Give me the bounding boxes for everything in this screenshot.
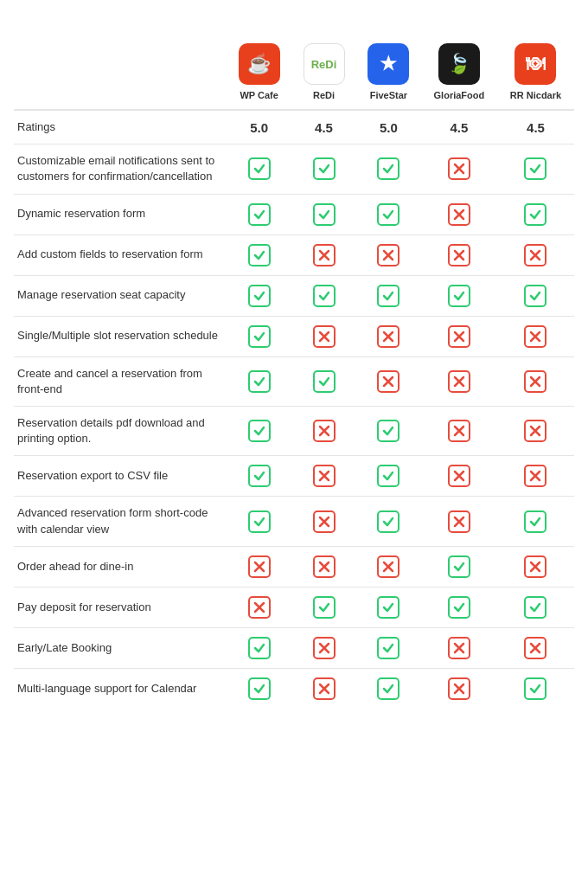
feature-row: Reservation export to CSV file	[14, 456, 574, 497]
cross-icon	[448, 420, 470, 442]
ratings-row: Ratings5.04.55.04.54.5	[14, 110, 574, 144]
cross-icon	[248, 596, 271, 619]
feature-1-plugin-rrnicdark	[497, 194, 574, 234]
check-icon	[377, 596, 399, 619]
plugin-logo-rrnicdark: 🍽 RR Nicdark	[502, 43, 569, 100]
cross-icon	[313, 465, 336, 487]
feature-7-plugin-fivestar	[356, 456, 421, 497]
header-plugin-redi: ReDi ReDi	[291, 35, 356, 110]
feature-label-1: Dynamic reservation form	[14, 194, 227, 234]
feature-3-plugin-fivestar	[356, 275, 421, 316]
feature-6-plugin-gloriafood	[421, 406, 497, 455]
feature-label-6: Reservation details pdf download and pri…	[14, 406, 227, 455]
logo-box-redi: ReDi	[304, 43, 345, 85]
check-icon	[377, 637, 399, 659]
feature-row: Create and cancel a reservation from fro…	[14, 356, 574, 406]
feature-label-2: Add custom fields to reservation form	[14, 234, 227, 275]
feature-0-plugin-redi	[291, 144, 356, 194]
cross-icon	[377, 555, 399, 578]
feature-row: Dynamic reservation form	[14, 194, 574, 234]
feature-11-plugin-redi	[291, 627, 356, 668]
check-icon	[524, 677, 546, 700]
cross-icon	[524, 555, 546, 578]
cross-icon	[377, 370, 399, 393]
cross-icon	[448, 203, 470, 226]
cross-icon	[448, 244, 470, 266]
feature-9-plugin-redi	[291, 546, 356, 587]
check-icon	[524, 596, 546, 619]
logo-box-gloriafood: 🍃	[438, 43, 480, 85]
feature-8-plugin-gloriafood	[421, 497, 497, 546]
header-row: ☕ WP Cafe ReDi ReDi ★ FiveStar 🍃 GloriaF…	[14, 35, 574, 110]
header-plugin-wpcafe: ☕ WP Cafe	[227, 35, 291, 110]
feature-3-plugin-gloriafood	[421, 275, 497, 316]
feature-3-plugin-redi	[291, 275, 356, 316]
feature-11-plugin-gloriafood	[421, 627, 497, 668]
feature-10-plugin-gloriafood	[421, 587, 497, 627]
check-icon	[248, 510, 271, 533]
feature-label-5: Create and cancel a reservation from fro…	[14, 356, 227, 406]
feature-8-plugin-wpcafe	[227, 497, 291, 546]
check-icon	[448, 555, 470, 578]
check-icon	[248, 285, 271, 307]
feature-6-plugin-rrnicdark	[497, 406, 574, 455]
feature-12-plugin-fivestar	[356, 668, 421, 709]
feature-4-plugin-gloriafood	[421, 316, 497, 356]
feature-6-plugin-wpcafe	[227, 406, 291, 455]
feature-7-plugin-redi	[291, 456, 356, 497]
cross-icon	[448, 465, 470, 487]
cross-icon	[313, 637, 336, 659]
feature-4-plugin-wpcafe	[227, 316, 291, 356]
cross-icon	[377, 325, 399, 348]
feature-8-plugin-fivestar	[356, 497, 421, 546]
feature-1-plugin-fivestar	[356, 194, 421, 234]
feature-1-plugin-gloriafood	[421, 194, 497, 234]
check-icon	[377, 157, 399, 180]
feature-2-plugin-rrnicdark	[497, 234, 574, 275]
check-icon	[377, 285, 399, 307]
feature-6-plugin-fivestar	[356, 406, 421, 455]
main-container: ☕ WP Cafe ReDi ReDi ★ FiveStar 🍃 GloriaF…	[0, 0, 588, 726]
feature-2-plugin-fivestar	[356, 234, 421, 275]
check-icon	[313, 203, 336, 226]
cross-icon	[524, 637, 546, 659]
feature-2-plugin-redi	[291, 234, 356, 275]
feature-9-plugin-rrnicdark	[497, 546, 574, 587]
check-icon	[248, 244, 271, 266]
feature-row: Advanced reservation form short-code wit…	[14, 497, 574, 546]
rating-value-gloriafood: 4.5	[421, 110, 497, 144]
feature-label-10: Pay deposit for reservation	[14, 587, 227, 627]
plugin-logo-fivestar: ★ FiveStar	[361, 43, 416, 100]
feature-row: Add custom fields to reservation form	[14, 234, 574, 275]
rating-value-wpcafe: 5.0	[227, 110, 291, 144]
feature-2-plugin-gloriafood	[421, 234, 497, 275]
feature-row: Single/Multiple slot reservation schedul…	[14, 316, 574, 356]
cross-icon	[313, 510, 336, 533]
check-icon	[377, 510, 399, 533]
plugin-name-redi: ReDi	[313, 90, 335, 100]
plugin-name-gloriafood: GloriaFood	[434, 90, 485, 100]
feature-0-plugin-rrnicdark	[497, 144, 574, 194]
check-icon	[248, 325, 271, 348]
feature-5-plugin-wpcafe	[227, 356, 291, 406]
feature-4-plugin-fivestar	[356, 316, 421, 356]
feature-row: Order ahead for dine-in	[14, 546, 574, 587]
cross-icon	[448, 637, 470, 659]
feature-9-plugin-gloriafood	[421, 546, 497, 587]
feature-5-plugin-gloriafood	[421, 356, 497, 406]
feature-label-0: Customizable email notifications sent to…	[14, 144, 227, 194]
check-icon	[524, 510, 546, 533]
check-icon	[248, 465, 271, 487]
cross-icon	[313, 677, 336, 700]
feature-12-plugin-wpcafe	[227, 668, 291, 709]
cross-icon	[313, 244, 336, 266]
feature-12-plugin-rrnicdark	[497, 668, 574, 709]
check-icon	[524, 285, 546, 307]
feature-11-plugin-wpcafe	[227, 627, 291, 668]
check-icon	[313, 370, 336, 393]
feature-11-plugin-rrnicdark	[497, 627, 574, 668]
feature-5-plugin-redi	[291, 356, 356, 406]
logo-box-fivestar: ★	[368, 43, 409, 85]
check-icon	[377, 677, 399, 700]
cross-icon	[524, 465, 546, 487]
